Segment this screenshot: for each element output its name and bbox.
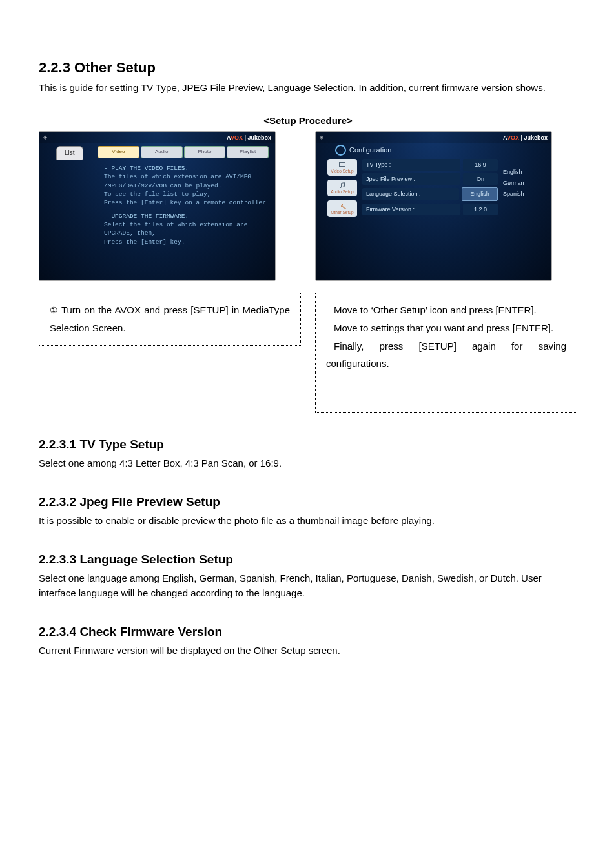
- heading-2233: 2.2.3.3 Language Selection Setup: [39, 551, 577, 568]
- desc-2231: Select one among 4:3 Letter Box, 4:3 Pan…: [39, 456, 577, 470]
- screenshot-row: ◈ AVOX | Jukebox List Video Audio Photo …: [39, 131, 577, 281]
- wrench-icon: [338, 202, 346, 210]
- music-note-icon: [338, 182, 346, 189]
- video-help-text: - PLAY THE VIDEO FILES. The files of whi…: [104, 164, 266, 246]
- media-tabs: Video Audio Photo Playlist: [98, 146, 269, 158]
- step-box-1: ① Turn on the AVOX and press [SETUP] in …: [39, 293, 301, 346]
- step-box-2: Move to ‘Other Setup’ icon and press [EN…: [315, 293, 577, 413]
- monitor-icon: [338, 161, 346, 169]
- tab-video: Video: [98, 146, 139, 158]
- brand-logo-icon: ◈: [43, 134, 47, 142]
- instruction-row: ① Turn on the AVOX and press [SETUP] in …: [39, 281, 577, 413]
- brand-logo-icon: ◈: [320, 134, 323, 142]
- desc-2233: Select one language among English, Germa…: [39, 571, 577, 601]
- heading-2231: 2.2.3.1 TV Type Setup: [39, 436, 577, 453]
- list-tab: List: [56, 146, 83, 160]
- jukebox-brand: AVOX | Jukebox: [503, 134, 548, 142]
- tab-photo: Photo: [184, 146, 226, 158]
- svg-point-1: [340, 187, 342, 188]
- side-audio-setup: Audio Setup: [327, 180, 357, 196]
- screenshot-configuration: ◈ AVOX | Jukebox Configuration Video Set…: [315, 131, 552, 281]
- svg-point-2: [344, 185, 345, 187]
- screenshot-media-list: ◈ AVOX | Jukebox List Video Audio Photo …: [39, 131, 276, 281]
- section-heading-223: 2.2.3 Other Setup: [39, 58, 577, 78]
- settings-grid: TV Type :16:9 Jpeg File Preview :On Lang…: [362, 159, 498, 218]
- setup-procedure-label: <Setup Procedure>: [39, 114, 577, 127]
- config-header: Configuration: [335, 145, 391, 156]
- section-desc-223: This is guide for setting TV Type, JPEG …: [39, 80, 577, 95]
- svg-rect-0: [340, 162, 345, 166]
- heading-2232: 2.2.3.2 Jpeg File Preview Setup: [39, 494, 577, 510]
- desc-2234: Current Firmware version will be display…: [39, 643, 577, 658]
- side-other-setup: Other Setup: [327, 200, 357, 217]
- step-number-1: ①: [50, 302, 58, 319]
- language-options: English German Spanish: [503, 168, 539, 198]
- side-video-setup: Video Setup: [327, 159, 357, 176]
- tab-audio: Audio: [141, 146, 183, 158]
- tab-playlist: Playlist: [227, 146, 269, 158]
- desc-2232: It is possible to enable or disable prev…: [39, 513, 577, 528]
- config-side-icons: Video Setup Audio Setup Other Setup: [327, 159, 357, 217]
- jukebox-brand: AVOX | Jukebox: [227, 134, 271, 142]
- heading-2234: 2.2.3.4 Check Firmware Version: [39, 624, 577, 640]
- gear-icon: [335, 145, 346, 156]
